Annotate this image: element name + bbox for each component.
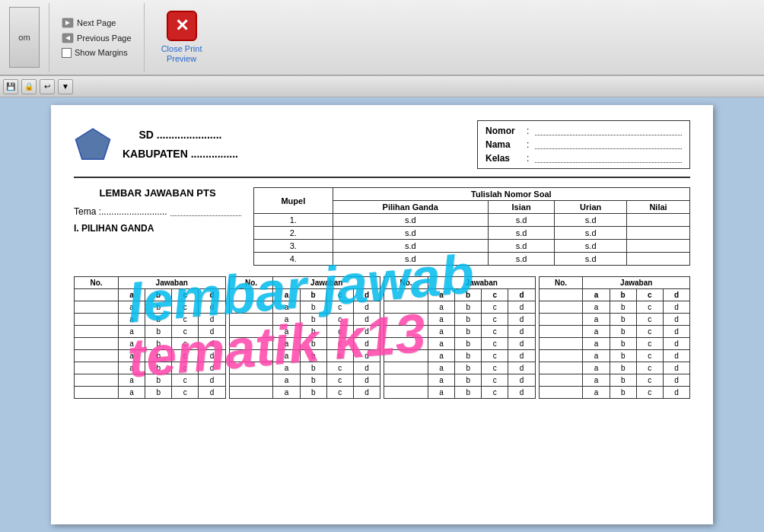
no-cell	[539, 387, 583, 399]
opt-d-cell: d	[508, 301, 535, 314]
urian-cell: s.d	[555, 214, 627, 227]
nilai-cell	[627, 227, 690, 240]
opt-d: d	[353, 289, 380, 301]
toolbar2-btn2[interactable]: 🔒	[21, 79, 37, 94]
toolbar2: 💾 🔒 ↩ ▼	[0, 76, 764, 97]
nama-row: Nama :	[485, 139, 682, 150]
opt-d-cell: d	[663, 338, 689, 350]
no-cell	[539, 314, 583, 326]
no-cell	[75, 326, 119, 338]
document-area: lembar jawab tematik k13 SD ............…	[0, 97, 764, 532]
no-cell	[384, 374, 428, 387]
opt-a-cell: a	[428, 374, 454, 387]
school-info: SD ...................... KABUPATEN ....…	[74, 126, 238, 164]
next-page-button[interactable]: Next Page	[59, 16, 135, 30]
opt-b-cell: b	[610, 362, 636, 374]
opt-c-cell: c	[482, 314, 508, 326]
nav-buttons-container: Next Page Previous Page Show Margins	[56, 13, 138, 62]
close-x-icon: ✕	[167, 11, 197, 41]
no-cell	[75, 350, 119, 362]
answer-row: a b c d	[75, 387, 226, 399]
pilihan-ganda-title: I. PILIHAN GANDA	[74, 223, 241, 234]
zoom-button[interactable]: om	[9, 7, 40, 68]
prev-page-button[interactable]: Previous Page	[59, 31, 135, 45]
mupel-cell: 4.	[254, 253, 333, 266]
answer-table: No. Jawaban a b c d a b c d a b c d	[229, 276, 381, 399]
kelas-colon: :	[527, 153, 529, 164]
page-header: SD ...................... KABUPATEN ....…	[74, 120, 690, 169]
no-cell	[75, 387, 119, 399]
urian-col-header: Urian	[555, 201, 627, 214]
isian-cell: s.d	[488, 214, 554, 227]
no-cell	[384, 338, 428, 350]
isian-col-header: Isian	[488, 201, 554, 214]
opt-b-cell: b	[300, 314, 326, 326]
answer-row: a b c d	[75, 326, 226, 338]
answer-row: a b c d	[75, 338, 226, 350]
answer-row: a b c d	[75, 314, 226, 326]
svg-marker-4	[76, 129, 110, 159]
opt-a-cell: a	[428, 350, 454, 362]
opt-a-cell: a	[118, 350, 145, 362]
opt-d-cell: d	[199, 362, 225, 374]
opt-a: a	[428, 289, 454, 301]
opt-b: b	[610, 289, 636, 301]
nilai-cell	[627, 214, 690, 227]
tema-label: Tema :..........................	[74, 206, 167, 217]
pg-cell: s.d	[333, 253, 488, 266]
nama-dots	[535, 140, 682, 149]
no-cell	[384, 326, 428, 338]
nilai-cell	[627, 240, 690, 253]
opt-b-cell: b	[455, 374, 482, 387]
nomor-label: Nomor	[485, 126, 524, 136]
opt-c-cell: c	[482, 387, 508, 399]
opt-c-cell: c	[172, 338, 199, 350]
toolbar2-btn3[interactable]: ↩	[40, 79, 55, 94]
urian-cell: s.d	[555, 227, 627, 240]
opt-d-cell: d	[199, 374, 225, 387]
opt-c-cell: c	[482, 350, 508, 362]
show-margins-checkbox[interactable]	[62, 48, 72, 58]
prev-page-label: Previous Page	[77, 33, 132, 43]
answer-row: a b c d	[539, 362, 690, 374]
toolbar2-btn4[interactable]: ▼	[58, 79, 73, 94]
mupel-cell: 2.	[254, 227, 333, 240]
opt-b-cell: b	[455, 350, 482, 362]
opt-c-cell: c	[636, 338, 663, 350]
opt-a-cell: a	[583, 350, 610, 362]
no-cell	[229, 338, 273, 350]
answer-row: a b c d	[75, 374, 226, 387]
opt-c-cell: c	[172, 387, 199, 399]
close-print-preview-button[interactable]: ✕ Close Print Preview	[145, 3, 219, 72]
opt-a-cell: a	[583, 301, 610, 314]
opt-a-cell: a	[273, 350, 300, 362]
opt-d: d	[508, 289, 535, 301]
no-header: No.	[539, 277, 583, 289]
next-page-label: Next Page	[77, 18, 116, 27]
opt-a-cell: a	[273, 314, 300, 326]
no-cell	[229, 362, 273, 374]
opt-c-cell: c	[326, 314, 353, 326]
opt-a-cell: a	[428, 338, 454, 350]
opt-a-cell: a	[273, 387, 300, 399]
no-cell	[229, 387, 273, 399]
opt-c-cell: c	[326, 362, 353, 374]
opt-d-cell: d	[663, 374, 689, 387]
opt-b-cell: b	[610, 350, 636, 362]
jawaban-header: Jawaban	[118, 277, 225, 289]
answer-row: a b c d	[229, 338, 380, 350]
opt-b-cell: b	[455, 338, 482, 350]
show-margins-label: Show Margins	[75, 48, 128, 57]
show-margins-button[interactable]: Show Margins	[59, 46, 135, 59]
opt-c-cell: c	[636, 374, 663, 387]
toolbar2-btn1[interactable]: 💾	[3, 79, 18, 94]
no-cell	[539, 338, 583, 350]
opt-d-cell: d	[199, 387, 225, 399]
opt-c-cell: c	[326, 350, 353, 362]
nilai-col-header: Nilai	[627, 201, 690, 214]
opt-c-cell: c	[636, 301, 663, 314]
urian-cell: s.d	[555, 253, 627, 266]
isian-cell: s.d	[488, 253, 554, 266]
opt-d-cell: d	[663, 350, 689, 362]
answer-row: a b c d	[539, 326, 690, 338]
